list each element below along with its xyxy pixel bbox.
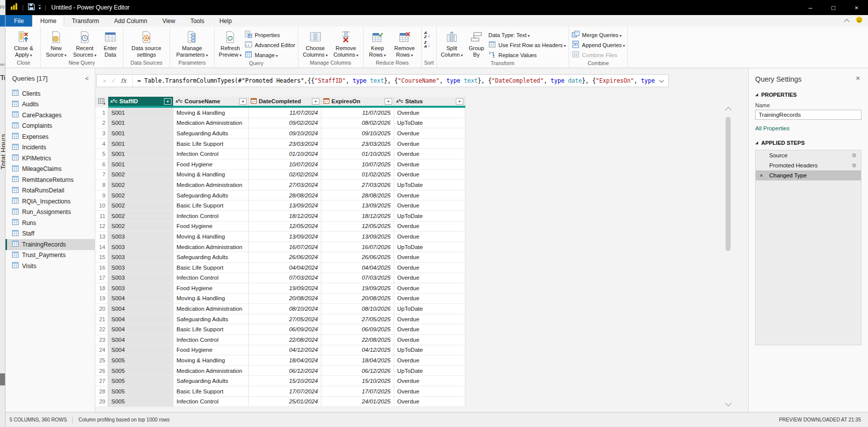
row-number-cell[interactable]: 12 bbox=[95, 222, 108, 232]
table-cell[interactable]: 06/12/2024 bbox=[249, 366, 321, 376]
table-cell[interactable]: 26/06/2024 bbox=[249, 252, 321, 263]
table-cell[interactable]: 11/07/2024 bbox=[249, 108, 321, 118]
table-cell[interactable]: 01/02/2025 bbox=[321, 170, 394, 180]
quick-access-dropdown-icon[interactable] bbox=[39, 5, 41, 11]
table-cell[interactable]: Overdue bbox=[394, 108, 465, 118]
query-item[interactable]: Staff bbox=[6, 229, 95, 240]
scroll-down-icon[interactable] bbox=[725, 400, 732, 406]
table-cell[interactable]: 13/09/2025 bbox=[321, 232, 394, 242]
table-cell[interactable]: 19/09/2025 bbox=[321, 283, 394, 294]
table-cell[interactable]: 18/12/2025 bbox=[321, 211, 394, 222]
column-header-coursename[interactable]: ABCCourseName▼ bbox=[173, 97, 249, 106]
table-cell[interactable]: 25/01/2024 bbox=[249, 397, 321, 407]
table-cell[interactable]: Food Hygiene bbox=[173, 283, 249, 294]
save-icon[interactable] bbox=[28, 3, 35, 13]
expand-formula-bar-icon[interactable] bbox=[655, 75, 668, 87]
table-cell[interactable]: Overdue bbox=[394, 314, 465, 325]
table-cell[interactable]: Basic Life Support bbox=[173, 386, 249, 397]
table-cell[interactable]: Infection Control bbox=[173, 397, 249, 407]
table-cell[interactable]: 20/08/2024 bbox=[249, 294, 321, 304]
table-cell[interactable]: S003 bbox=[108, 242, 173, 253]
new-source-button[interactable]: New Source bbox=[43, 29, 69, 58]
tab-transform[interactable]: Transform bbox=[64, 15, 106, 27]
table-cell[interactable]: S003 bbox=[108, 283, 173, 294]
use-first-row-as-headers-button[interactable]: Use First Row as Headers bbox=[488, 40, 566, 50]
table-cell[interactable]: S002 bbox=[108, 180, 173, 190]
refresh-preview-button[interactable]: Refresh Preview bbox=[217, 29, 243, 58]
table-cell[interactable]: 07/03/2025 bbox=[321, 273, 394, 284]
table-cell[interactable]: 12/05/2024 bbox=[249, 222, 321, 232]
table-cell[interactable]: 22/08/2024 bbox=[249, 335, 321, 345]
table-cell[interactable]: S004 bbox=[108, 314, 173, 325]
step-settings-gear-icon[interactable]: ⚙ bbox=[851, 162, 856, 169]
recent-sources-button[interactable]: Recent Sources bbox=[71, 29, 99, 58]
split-column-button[interactable]: Split Column bbox=[439, 29, 464, 58]
enter-data-button[interactable]: Enter Data bbox=[100, 29, 120, 58]
table-cell[interactable]: 16/07/2024 bbox=[249, 242, 321, 253]
table-cell[interactable]: 02/02/2024 bbox=[249, 170, 321, 180]
table-cell[interactable]: Infection Control bbox=[173, 273, 249, 284]
collapse-ribbon-icon[interactable] bbox=[844, 19, 849, 24]
table-cell[interactable]: 17/07/2025 bbox=[321, 386, 394, 397]
table-cell[interactable]: S003 bbox=[108, 232, 173, 242]
row-number-cell[interactable]: 24 bbox=[95, 345, 108, 356]
table-cell[interactable]: S002 bbox=[108, 190, 173, 201]
table-cell[interactable]: UpToDate bbox=[394, 345, 465, 356]
table-cell[interactable]: S003 bbox=[108, 273, 173, 284]
row-number-cell[interactable]: 23 bbox=[95, 335, 108, 345]
table-cell[interactable]: 18/04/2024 bbox=[249, 355, 321, 366]
table-cell[interactable]: Overdue bbox=[394, 128, 465, 139]
table-cell[interactable]: Overdue bbox=[394, 386, 465, 397]
table-cell[interactable]: S001 bbox=[108, 139, 173, 149]
row-number-cell[interactable]: 16 bbox=[95, 263, 108, 273]
table-cell[interactable]: Medication Administration bbox=[173, 242, 249, 253]
row-number-cell[interactable]: 22 bbox=[95, 324, 108, 335]
table-cell[interactable]: 08/02/2026 bbox=[321, 118, 394, 129]
table-cell[interactable]: 23/03/2024 bbox=[249, 139, 321, 149]
table-cell[interactable]: Overdue bbox=[394, 139, 465, 149]
table-cell[interactable]: Medication Administration bbox=[173, 118, 249, 129]
remove-columns-button[interactable]: Remove Columns bbox=[331, 29, 361, 58]
table-cell[interactable]: 06/09/2024 bbox=[249, 324, 321, 335]
row-number-cell[interactable]: 9 bbox=[95, 190, 108, 201]
row-number-cell[interactable]: 26 bbox=[95, 366, 108, 376]
table-cell[interactable]: Moving & Handling bbox=[173, 294, 249, 304]
filter-dropdown-icon[interactable]: ▼ bbox=[385, 98, 392, 105]
table-cell[interactable]: 06/12/2026 bbox=[321, 366, 394, 376]
properties-section-header[interactable]: PROPERTIES bbox=[755, 92, 861, 98]
table-cell[interactable]: 13/09/2025 bbox=[321, 200, 394, 211]
table-cell[interactable]: 27/03/2024 bbox=[249, 180, 321, 190]
row-number-cell[interactable]: 15 bbox=[95, 252, 108, 263]
row-number-cell[interactable]: 2 bbox=[95, 118, 108, 129]
table-cell[interactable]: 11/07/2025 bbox=[321, 108, 394, 118]
table-cell[interactable]: Safeguarding Adults bbox=[173, 128, 249, 139]
column-header-status[interactable]: ABCStatus▼ bbox=[394, 97, 465, 106]
sort-descending-button[interactable]: ZA↓ bbox=[424, 41, 430, 49]
table-cell[interactable]: Infection Control bbox=[173, 335, 249, 345]
table-cell[interactable]: 17/07/2024 bbox=[249, 386, 321, 397]
row-number-cell[interactable]: 18 bbox=[95, 283, 108, 294]
table-cell[interactable]: 28/08/2025 bbox=[321, 190, 394, 201]
row-number-cell[interactable]: 4 bbox=[95, 139, 108, 149]
table-cell[interactable]: Overdue bbox=[394, 263, 465, 273]
table-cell[interactable]: Food Hygiene bbox=[173, 345, 249, 356]
select-all-corner-cell[interactable] bbox=[95, 97, 108, 106]
column-header-expireson[interactable]: ExpiresOn▼ bbox=[321, 97, 394, 106]
minimize-button[interactable]: – bbox=[799, 0, 822, 15]
table-cell[interactable]: UpToDate bbox=[394, 304, 465, 314]
properties-button[interactable]: Properties bbox=[245, 30, 295, 40]
table-cell[interactable]: 13/09/2024 bbox=[249, 232, 321, 242]
table-cell[interactable]: S005 bbox=[108, 397, 173, 407]
row-number-cell[interactable]: 28 bbox=[95, 386, 108, 397]
sort-ascending-button[interactable]: AZ↓ bbox=[424, 31, 430, 39]
table-cell[interactable]: S002 bbox=[108, 222, 173, 232]
table-cell[interactable]: S003 bbox=[108, 263, 173, 273]
table-cell[interactable]: 09/02/2024 bbox=[249, 118, 321, 129]
all-properties-link[interactable]: All Properties bbox=[755, 125, 861, 131]
query-item[interactable]: MileageClaims bbox=[6, 164, 95, 175]
table-cell[interactable]: 06/09/2025 bbox=[321, 324, 394, 335]
table-cell[interactable]: 27/05/2025 bbox=[321, 314, 394, 325]
table-cell[interactable]: 19/09/2024 bbox=[249, 283, 321, 294]
table-cell[interactable]: S005 bbox=[108, 366, 173, 376]
table-cell[interactable]: 13/09/2024 bbox=[249, 200, 321, 211]
